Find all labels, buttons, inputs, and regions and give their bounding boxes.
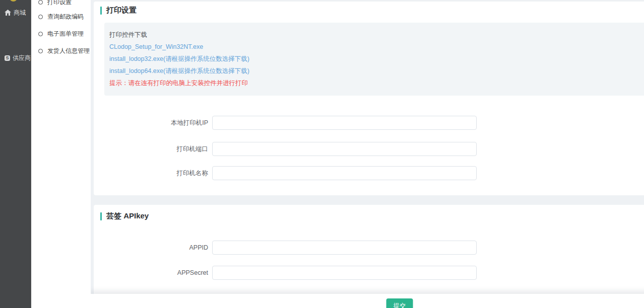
card-title-text: 芸签 APIkey [106, 211, 149, 221]
printer-name-label: 打印机名称 [94, 166, 208, 180]
printer-name-input[interactable] [212, 166, 477, 180]
form-row: APPSecret [94, 266, 644, 280]
download-link-lodop64[interactable]: install_lodop64.exe(请根据操作系统位数选择下载) [109, 65, 249, 77]
printer-ip-input[interactable] [212, 116, 477, 130]
appsecret-label: APPSecret [94, 266, 208, 280]
apikey-card: 芸签 APIkey APPID APPSecret [94, 205, 644, 308]
apikey-title: 芸签 APIkey [100, 211, 149, 221]
appsecret-input[interactable] [212, 266, 477, 280]
home-icon [5, 10, 11, 16]
card-title-text: 打印设置 [106, 6, 137, 15]
form-row: 打印机端口 [94, 142, 644, 156]
download-heading: 打印控件下载 [109, 29, 644, 41]
sidebar-item-label: 商城 [14, 9, 26, 16]
submit-button[interactable]: 提交 [387, 298, 413, 308]
printer-ip-label: 本地打印机IP [94, 116, 208, 130]
printer-port-input[interactable] [212, 142, 477, 156]
submit-footer-bar: 提交 [91, 294, 644, 308]
sidebar-item-label: 打印设置 [47, 0, 72, 6]
sidebar-item-label: 供应商 [13, 54, 31, 61]
accent-bar [100, 212, 102, 220]
sidebar-item-print-settings[interactable]: 打印设置 [38, 0, 72, 6]
circle-icon [38, 15, 43, 19]
form-row: APPID [94, 241, 644, 255]
supplier-s-icon: S [5, 55, 10, 61]
download-link-clodop[interactable]: CLodop_Setup_for_Win32NT.exe [109, 41, 203, 53]
sidebar-item-label: 电子面单管理 [47, 30, 84, 37]
circle-icon [38, 32, 43, 36]
sidebar-item-supplier[interactable]: S 供应商 [0, 54, 31, 61]
form-row: 打印机名称 [94, 166, 644, 180]
download-panel: 打印控件下载 CLodop_Setup_for_Win32NT.exe inst… [104, 23, 644, 96]
sidebar-item-e-waybill-management[interactable]: 电子面单管理 [38, 30, 84, 37]
circle-icon [38, 49, 43, 53]
sidebar-item-label: 发货人信息管理 [47, 47, 90, 54]
download-link-lodop32[interactable]: install_lodop32.exe(请根据操作系统位数选择下载) [109, 53, 249, 65]
print-settings-title: 打印设置 [100, 6, 137, 15]
sidebar-item-mall[interactable]: 商城 [0, 9, 31, 16]
logo-icon [10, 0, 17, 2]
printer-port-label: 打印机端口 [94, 142, 208, 156]
print-settings-card: 打印设置 打印控件下载 CLodop_Setup_for_Win32NT.exe… [94, 2, 644, 195]
accent-bar [100, 7, 102, 15]
sidebar-item-label: 查询邮政编码 [47, 13, 84, 20]
install-tip-text: 提示：请在连有打印的电脑上安装控件并进行打印 [109, 77, 644, 89]
sidebar-item-postal-code-query[interactable]: 查询邮政编码 [38, 13, 84, 20]
primary-sidebar: 商城 S 供应商 [0, 0, 31, 308]
circle-icon [38, 0, 43, 5]
appid-input[interactable] [212, 241, 477, 255]
appid-label: APPID [94, 241, 208, 255]
secondary-sidebar: 打印设置 查询邮政编码 电子面单管理 发货人信息管理 [31, 0, 91, 308]
sidebar-item-shipper-info-management[interactable]: 发货人信息管理 [38, 47, 90, 54]
form-row: 本地打印机IP [94, 116, 644, 130]
